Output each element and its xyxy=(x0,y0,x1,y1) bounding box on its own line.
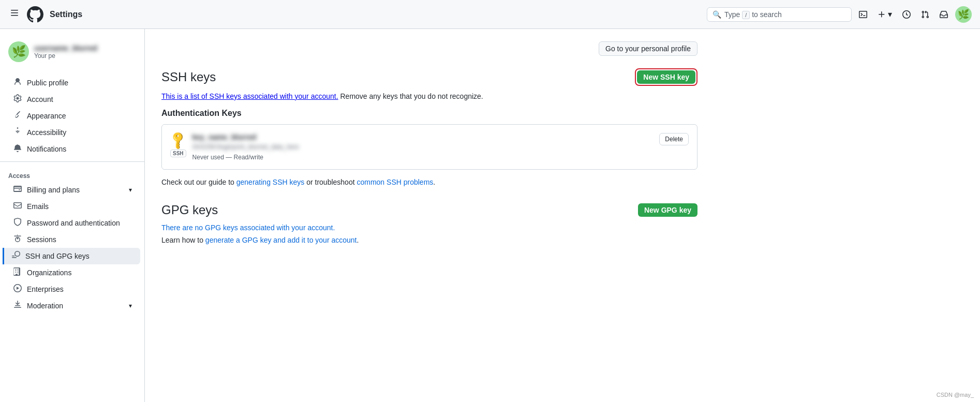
sidebar-item-appearance[interactable]: Appearance xyxy=(4,108,140,124)
footer-text-1: Check out our guide to xyxy=(161,178,236,186)
globe-icon xyxy=(12,284,23,294)
gpg-learn-end: . xyxy=(357,236,359,244)
ssh-key-card: 🔑 SSH key_name_blurred SHA256:fingerprin… xyxy=(161,124,697,170)
gpg-section: GPG keys New GPG key There are no GPG ke… xyxy=(161,203,697,244)
main-content: Go to your personal profile SSH keys New… xyxy=(145,29,714,402)
chevron-down-icon: ▾ xyxy=(129,302,132,309)
sidebar-subtitle: Your pe xyxy=(34,52,97,59)
sidebar-item-label: Enterprises xyxy=(27,285,64,293)
sidebar-item-accessibility[interactable]: Accessibility xyxy=(4,124,140,141)
github-logo-icon xyxy=(27,6,43,23)
key-info: key_name_blurred SHA256:fingerprint_blur… xyxy=(192,133,654,161)
ssh-footer-note: Check out our guide to generating SSH ke… xyxy=(161,178,697,186)
gpg-desc: There are no GPG keys associated with yo… xyxy=(161,224,697,232)
person-icon xyxy=(12,78,23,88)
ssh-section-header: SSH keys New SSH key xyxy=(161,68,697,86)
header: Settings 🔍 Type / to search ▾ 🌿 xyxy=(0,0,980,29)
key-icon xyxy=(11,251,21,261)
new-ssh-key-button[interactable]: New SSH key xyxy=(637,70,695,84)
bell-icon xyxy=(12,144,23,154)
header-left: Settings xyxy=(8,6,82,23)
gear-icon xyxy=(12,94,23,105)
menu-toggle-button[interactable] xyxy=(8,7,21,22)
key-name: key_name_blurred xyxy=(192,133,654,141)
terminal-button[interactable] xyxy=(856,7,870,22)
ssh-section-title: SSH keys xyxy=(161,70,216,84)
new-gpg-key-button[interactable]: New GPG key xyxy=(638,203,697,217)
sidebar-item-billing[interactable]: Billing and plans ▾ xyxy=(4,182,140,198)
new-ssh-btn-wrapper: New SSH key xyxy=(635,68,697,86)
common-ssh-problems-link[interactable]: common SSH problems xyxy=(357,178,433,186)
search-placeholder-text: Type / to search xyxy=(724,10,782,19)
gpg-learn-text: Learn how to xyxy=(161,236,205,244)
sidebar-item-label: Account xyxy=(27,95,53,103)
moderation-icon xyxy=(12,301,23,311)
sidebar-item-label: Moderation xyxy=(27,302,63,310)
timer-icon-button[interactable] xyxy=(899,7,914,22)
search-slash: / xyxy=(742,11,750,19)
sidebar-item-enterprises[interactable]: Enterprises xyxy=(4,281,140,297)
footer-text-3: . xyxy=(433,178,435,186)
ssh-section-desc: This is a list of SSH keys associated wi… xyxy=(161,92,697,100)
sidebar-profile: 🌿 username_blurred Your pe xyxy=(0,37,144,70)
user-avatar-button[interactable]: 🌿 xyxy=(955,6,972,23)
watermark: CSDN @may_ xyxy=(937,392,974,398)
email-icon xyxy=(12,201,23,212)
sidebar-item-moderation[interactable]: Moderation ▾ xyxy=(4,297,140,314)
credit-card-icon xyxy=(12,185,23,195)
gpg-learn-link[interactable]: generate a GPG key and add it to your ac… xyxy=(205,236,357,244)
sidebar-item-sessions[interactable]: Sessions xyxy=(4,231,140,248)
header-title: Settings xyxy=(50,10,82,19)
inbox-button[interactable] xyxy=(937,7,951,22)
go-to-profile-button[interactable]: Go to your personal profile xyxy=(599,41,697,56)
generating-ssh-keys-link[interactable]: generating SSH keys xyxy=(236,178,305,186)
sidebar-username: username_blurred xyxy=(34,44,97,52)
sidebar-item-password-auth[interactable]: Password and authentication xyxy=(4,215,140,231)
radio-icon xyxy=(12,234,23,245)
sidebar-item-account[interactable]: Account xyxy=(4,91,140,108)
sidebar-item-label: Sessions xyxy=(27,235,56,244)
profile-link-row: Go to your personal profile xyxy=(161,41,697,56)
paintbrush-icon xyxy=(12,111,23,121)
gpg-section-title: GPG keys xyxy=(161,203,218,217)
sidebar-item-label: Notifications xyxy=(27,145,66,153)
auth-keys-title: Authentication Keys xyxy=(161,109,697,118)
sidebar-item-label: Password and authentication xyxy=(27,219,120,227)
main-layout: 🌿 username_blurred Your pe Public profil… xyxy=(0,29,980,402)
sidebar-section-access: Access xyxy=(0,166,144,182)
search-icon: 🔍 xyxy=(712,10,721,19)
sidebar-item-label: SSH and GPG keys xyxy=(25,252,90,260)
key-icon-box: 🔑 SSH xyxy=(170,133,186,157)
key-icon: 🔑 xyxy=(168,129,189,151)
sidebar: 🌿 username_blurred Your pe Public profil… xyxy=(0,29,145,402)
org-icon xyxy=(12,267,23,278)
sidebar-item-label: Public profile xyxy=(27,79,68,87)
sidebar-item-ssh-gpg[interactable]: SSH and GPG keys xyxy=(3,248,140,264)
sidebar-item-label: Accessibility xyxy=(27,128,66,137)
create-new-button[interactable]: ▾ xyxy=(874,6,895,22)
sidebar-item-public-profile[interactable]: Public profile xyxy=(4,75,140,91)
sidebar-item-label: Emails xyxy=(27,202,49,211)
sidebar-item-emails[interactable]: Emails xyxy=(4,198,140,215)
chevron-down-icon: ▾ xyxy=(888,9,892,19)
sidebar-item-organizations[interactable]: Organizations xyxy=(4,264,140,281)
shield-icon xyxy=(12,218,23,228)
header-right: 🔍 Type / to search ▾ 🌿 xyxy=(707,6,972,23)
footer-text-2: or troubleshoot xyxy=(304,178,357,186)
key-fingerprint: SHA256:fingerprint_blurred_data_here xyxy=(192,143,654,151)
key-type-badge: SSH xyxy=(170,150,186,157)
search-box[interactable]: 🔍 Type / to search xyxy=(707,7,852,22)
sidebar-item-notifications[interactable]: Notifications xyxy=(4,141,140,157)
sidebar-profile-info: username_blurred Your pe xyxy=(34,44,97,59)
gpg-learn: Learn how to generate a GPG key and add … xyxy=(161,236,697,244)
sidebar-item-label: Appearance xyxy=(27,112,66,120)
sidebar-avatar: 🌿 xyxy=(8,41,29,62)
accessibility-icon xyxy=(12,127,23,138)
delete-key-button[interactable]: Delete xyxy=(659,133,689,145)
chevron-down-icon: ▾ xyxy=(129,186,132,193)
sidebar-item-label: Organizations xyxy=(27,269,71,277)
key-meta: Never used — Read/write xyxy=(192,154,263,161)
ssh-desc-plain: Remove any keys that you do not recogniz… xyxy=(338,92,483,100)
pull-requests-button[interactable] xyxy=(918,7,932,22)
ssh-desc-link[interactable]: This is a list of SSH keys associated wi… xyxy=(161,92,338,100)
